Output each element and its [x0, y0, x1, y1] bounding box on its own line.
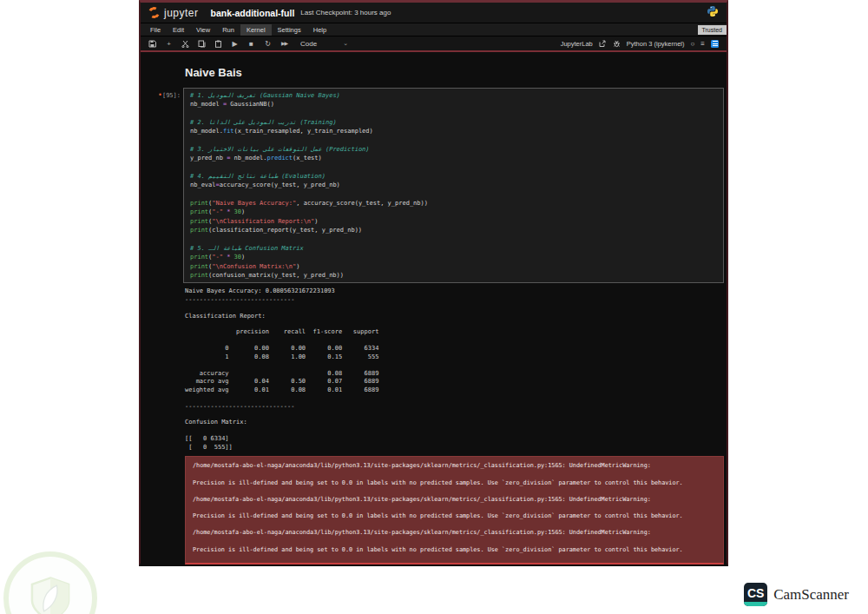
warning-line: Precision is ill-defined and being set t…	[193, 512, 716, 520]
restart-kernel-icon[interactable]: ↻	[264, 40, 272, 48]
external-link-icon[interactable]	[599, 40, 607, 48]
jupyter-logo-icon	[147, 5, 161, 19]
paste-cell-icon[interactable]	[214, 40, 222, 48]
cell-type-dropdown[interactable]: Code	[300, 40, 317, 48]
code-line	[190, 109, 717, 118]
execution-prompt: •[95]:	[141, 88, 183, 283]
jupyterlab-link[interactable]: JupyterLab	[561, 40, 593, 48]
cut-cell-icon[interactable]	[181, 40, 189, 48]
menu-edit[interactable]: Edit	[167, 24, 190, 36]
save-icon[interactable]	[148, 40, 156, 48]
run-cell-icon[interactable]: ▶	[231, 40, 239, 48]
code-line	[190, 190, 717, 199]
add-cell-icon[interactable]: +	[165, 40, 173, 48]
markdown-heading[interactable]: Naive Bais	[185, 66, 727, 79]
menubar: File Edit View Run Kernel Settings Help …	[141, 23, 727, 36]
jupyter-notebook-window: jupyter bank-additional-full Last Checkp…	[139, 0, 728, 566]
jupyter-brand: jupyter	[164, 7, 199, 19]
camscanner-logo: CS CamScanner	[744, 583, 849, 606]
menu-file[interactable]: File	[144, 24, 167, 36]
toolbar: + ▶ ■ ↻ ▶▶ Code ⌄ JupyterLab Python 3 (i…	[141, 36, 727, 50]
notebook-content: Naive Bais •[95]: # 1. تعريف الموديل (Ga…	[141, 52, 727, 566]
menu-run[interactable]: Run	[216, 24, 240, 36]
titlebar: jupyter bank-additional-full Last Checkp…	[141, 3, 727, 23]
kernel-name[interactable]: Python 3 (ipykernel)	[627, 40, 685, 48]
shield-leaf-icon	[23, 571, 77, 614]
kernel-status-icon[interactable]: ○	[690, 40, 694, 48]
python-logo-icon	[707, 5, 719, 21]
warning-line: Precision is ill-defined and being set t…	[193, 479, 716, 487]
camscanner-label: CamScanner	[773, 586, 849, 604]
code-line: print(classification_report(y_test, y_pr…	[190, 226, 717, 234]
kernel-list-icon[interactable]: ≡	[700, 40, 705, 48]
code-editor[interactable]: # 1. تعريف الموديل (Gaussian Naive Bayes…	[183, 88, 724, 283]
menu-settings[interactable]: Settings	[272, 24, 307, 36]
trusted-badge[interactable]: Trusted	[698, 25, 727, 35]
notebook-title[interactable]: bank-additional-full	[211, 8, 295, 18]
code-line: print("\nClassification Report:\n")	[190, 217, 717, 226]
checkpoint-status: Last Checkpoint: 3 hours ago	[300, 9, 391, 17]
copy-cell-icon[interactable]	[198, 40, 206, 48]
code-line: print("\nConfusion Matrix:\n")	[190, 262, 717, 271]
code-line	[190, 136, 717, 145]
warning-line: /home/mostafa-abo-el-naga/anaconda3/lib/…	[193, 496, 716, 504]
code-line	[190, 163, 717, 172]
code-line: print("-" * 30)	[190, 253, 717, 261]
debugger-bug-icon[interactable]	[613, 40, 621, 48]
warning-line: Precision is ill-defined and being set t…	[193, 546, 716, 554]
interrupt-kernel-icon[interactable]: ■	[247, 40, 255, 48]
code-line: # 2. تدريب الموديل على الداتا (Training)	[190, 118, 717, 127]
code-line: # 3. عمل التوقعات على بيانات الاختبار (P…	[190, 145, 717, 154]
code-line: # 5. طباعة الـ Confusion Matrix	[190, 244, 717, 253]
restart-run-all-icon[interactable]: ▶▶	[280, 40, 288, 48]
chevron-down-icon[interactable]: ⌄	[343, 40, 348, 47]
menu-kernel[interactable]: Kernel	[240, 24, 272, 36]
code-line: print("Naive Bayes Accuracy:", accuracy_…	[190, 199, 717, 208]
code-line: print(confusion_matrix(y_test, y_pred_nb…	[190, 271, 717, 280]
code-line: nb_eval=accuracy_score(y_test, y_pred_nb…	[190, 181, 717, 189]
code-line	[190, 235, 717, 244]
code-line: # 4. طباعة نتائج التقييم (Evaluation)	[190, 172, 717, 181]
camscanner-badge-icon: CS	[744, 583, 767, 606]
warning-line: /home/mostafa-abo-el-naga/anaconda3/lib/…	[193, 462, 716, 470]
code-lines: # 1. تعريف الموديل (Gaussian Naive Bayes…	[190, 91, 717, 280]
code-cell: •[95]: # 1. تعريف الموديل (Gaussian Naiv…	[141, 88, 727, 283]
watermark-circle: كفيل	[3, 551, 97, 614]
notebook-tools-icon[interactable]	[711, 40, 719, 48]
stderr-warning-block: /home/mostafa-abo-el-naga/anaconda3/lib/…	[185, 456, 724, 564]
code-line: nb_model = GaussianNB()	[190, 100, 717, 109]
code-line: # 1. تعريف الموديل (Gaussian Naive Bayes…	[190, 91, 717, 100]
menu-view[interactable]: View	[190, 24, 216, 36]
warning-line: /home/mostafa-abo-el-naga/anaconda3/lib/…	[193, 529, 716, 537]
menu-help[interactable]: Help	[307, 24, 332, 36]
cell-output-text: Naive Bayes Accuracy: 0.0805632167223109…	[185, 287, 727, 452]
code-line: nb_model.fit(x_train_resampled, y_train_…	[190, 127, 717, 135]
code-line: y_pred_nb = nb_model.predict(x_test)	[190, 154, 717, 162]
watermark-logo: كفيل	[0, 548, 102, 614]
code-line: print("-" * 30)	[190, 208, 717, 216]
